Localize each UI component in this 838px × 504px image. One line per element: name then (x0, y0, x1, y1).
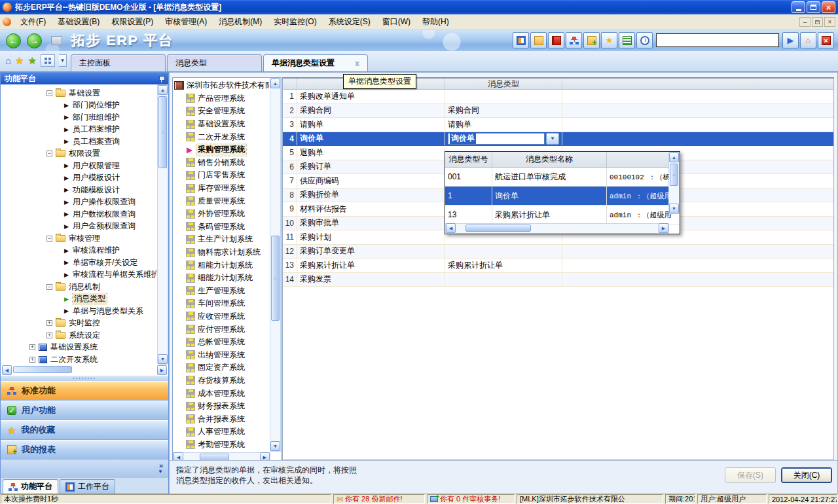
msg-type-header[interactable]: 消息类型 (445, 79, 562, 89)
tree-horizontal-scrollbar[interactable]: ◀ ▶ (2, 365, 167, 375)
collapse-icon[interactable]: − (46, 236, 52, 242)
msg-type-cell[interactable] (445, 245, 562, 259)
tree-item[interactable]: ▶部门班组维护 (1, 111, 156, 124)
tree-item[interactable]: +基础设置系统 (1, 342, 156, 354)
combobox-input[interactable]: 询价单 (448, 133, 545, 145)
msg-type-cell[interactable] (445, 90, 562, 103)
back-button[interactable]: ← (6, 33, 21, 48)
grid-row[interactable]: 14采购发票 (283, 273, 833, 287)
org-item[interactable]: 物料需求计划系统 (174, 246, 269, 259)
child-restore-button[interactable] (812, 17, 823, 27)
org-item[interactable]: 应收管理系统 (174, 310, 269, 323)
nav-button-用户功能[interactable]: ✓用户功能 (1, 401, 168, 420)
org-item[interactable]: 出纳管理系统 (174, 348, 269, 361)
tree-item[interactable]: ▶用户模板设计 (1, 172, 156, 185)
org-item[interactable]: 外协管理系统 (174, 207, 269, 221)
org-item[interactable]: 销售分销系统 (174, 156, 269, 170)
scroll-up-icon[interactable]: ▲ (158, 85, 168, 95)
tree-item[interactable]: ▶消息类型 (1, 293, 156, 306)
tree-item[interactable]: ▶审核流程与单据关系维护 (1, 269, 156, 281)
tab-单据消息类型设置[interactable]: 单据消息类型设置x (263, 54, 368, 71)
menu-item[interactable]: 消息机制(M) (213, 14, 268, 29)
tree-item[interactable]: ▶用户操作权限查询 (1, 196, 156, 209)
tree-vertical-scrollbar[interactable]: ▲ ▼ ≡ (157, 84, 168, 365)
org-item[interactable]: 库存管理系统 (174, 182, 269, 195)
list-button[interactable] (619, 32, 635, 48)
scrollbar-thumb[interactable] (465, 225, 531, 232)
home-exit-button[interactable]: ⌂ (800, 32, 816, 48)
home-icon[interactable]: ⌂ (5, 56, 11, 65)
child-close-button[interactable]: × (824, 17, 835, 27)
org-chart-button[interactable] (566, 32, 582, 48)
tree-item[interactable]: ▶部门岗位维护 (1, 99, 156, 112)
scroll-right-icon[interactable]: ▶ (659, 223, 668, 233)
expand-icon[interactable]: + (29, 357, 35, 363)
scroll-down-icon[interactable]: ▼ (270, 441, 280, 451)
save-button[interactable]: 保存(S) (725, 467, 776, 483)
org-item[interactable]: 二次开发系统 (174, 130, 269, 143)
exit-button[interactable]: × (818, 32, 834, 48)
org-item[interactable]: 条码管理系统 (174, 221, 269, 234)
nav-overflow-strip[interactable]: » ▼ (1, 459, 168, 478)
org-item[interactable]: 成本管理系统 (174, 387, 269, 400)
org-item[interactable]: 门店零售系统 (174, 169, 269, 182)
scrollbar-thumb[interactable]: ≡ (271, 236, 280, 321)
collapse-icon[interactable]: − (46, 151, 52, 156)
msg-type-cell[interactable] (445, 273, 562, 287)
scroll-up-icon[interactable]: ▲ (669, 153, 679, 162)
grid-row[interactable]: 2采购合同采购合同 (283, 104, 833, 118)
org-item[interactable]: 总帐管理系统 (174, 336, 269, 349)
org-item[interactable]: 车间管理系统 (174, 297, 269, 310)
popup-row[interactable]: 13采购累计折让单admin ：（超级用 (445, 206, 680, 225)
msg-type-cell[interactable]: 询价单▼ (445, 132, 562, 146)
menu-item[interactable]: 系统设定(S) (323, 14, 376, 29)
msg-type-cell[interactable]: 采购累计折让单 (445, 259, 562, 272)
toolbar-search-input[interactable] (656, 33, 779, 47)
org-item[interactable]: 基础设置系统 (174, 118, 269, 131)
org-item[interactable]: 主生产计划系统 (174, 233, 269, 246)
org-vertical-scrollbar[interactable]: ▲ ▼ ≡ (270, 78, 281, 452)
popup-vertical-scrollbar[interactable]: ▲ ▼ ≡ (668, 152, 680, 214)
go-button[interactable]: ▶ (782, 32, 799, 48)
popup-row[interactable]: 1询价单admin ：（超级用 (445, 187, 680, 206)
tree-item[interactable]: ▶单据审核开/关设定 (1, 257, 156, 269)
expand-icon[interactable]: + (46, 333, 52, 338)
pin-icon[interactable] (158, 75, 164, 82)
scroll-down-icon[interactable]: ▼ (158, 354, 168, 364)
org-item[interactable]: 粗能力计划系统 (174, 259, 269, 272)
tree-item[interactable]: ▶员工档案维护 (1, 124, 156, 136)
dashboard-button[interactable] (513, 32, 529, 48)
tab-主控面板[interactable]: 主控面板 (71, 54, 166, 71)
org-item[interactable]: 细能力计划系统 (174, 272, 269, 285)
favorites-button[interactable]: ★ (601, 32, 617, 48)
tree-item[interactable]: ▶审核流程维护 (1, 245, 156, 257)
org-item[interactable]: 存货核算系统 (174, 374, 269, 387)
scroll-left-icon[interactable]: ◀ (2, 365, 12, 375)
org-item[interactable]: 质量管理系统 (174, 194, 269, 207)
child-minimize-button[interactable]: – (799, 17, 811, 27)
grid-row[interactable]: 13采购累计折让单采购累计折让单 (283, 259, 833, 273)
forward-button[interactable]: → (27, 33, 42, 48)
org-item[interactable]: 应付管理系统 (174, 323, 269, 336)
chevron-down-icon[interactable]: ▼ (158, 469, 163, 475)
scroll-down-icon[interactable]: ▼ (669, 204, 679, 213)
menu-item[interactable]: 文件(F) (14, 14, 52, 29)
org-item[interactable]: ▶采购管理系统 (174, 143, 269, 156)
org-item[interactable]: 产品管理系统 (174, 92, 269, 105)
expand-icon[interactable]: + (46, 320, 52, 326)
org-item[interactable]: 考勤管理系统 (174, 439, 269, 451)
panel-tab-工作平台[interactable]: 工作平台 (60, 479, 115, 494)
scrollbar-thumb[interactable]: ≡ (158, 96, 167, 168)
tree-item[interactable]: −基础设置 (1, 87, 156, 99)
close-button[interactable]: × (822, 1, 835, 13)
tree-item[interactable]: +实时监控 (1, 317, 156, 330)
grid-row[interactable]: 1采购改单通知单 (283, 90, 833, 104)
tree-item[interactable]: −消息机制 (1, 281, 156, 293)
panel-tab-功能平台[interactable]: 功能平台 (3, 479, 58, 494)
tree-item[interactable]: +系统设定 (1, 329, 156, 342)
favorites-star-icon[interactable]: ★ (15, 56, 24, 65)
layout-button[interactable] (41, 54, 55, 67)
menu-item[interactable]: 窗口(W) (376, 14, 416, 29)
tree-item[interactable]: −权限设置 (1, 148, 156, 160)
scrollbar-thumb[interactable] (13, 366, 72, 373)
